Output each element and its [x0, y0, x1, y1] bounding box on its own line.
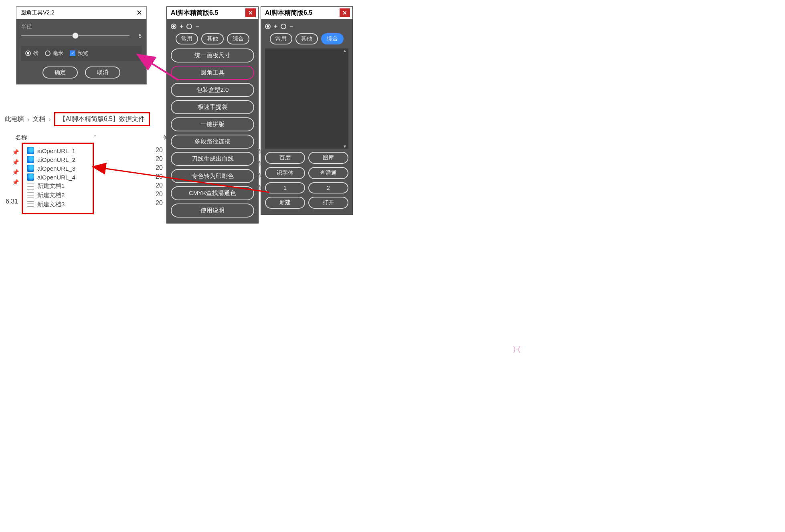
grid-button[interactable]: 图库	[308, 152, 348, 164]
grid-button[interactable]: 新建	[265, 197, 305, 209]
grid-button[interactable]: 百度	[265, 152, 305, 164]
file-row[interactable]: aiOpenURL_3	[27, 164, 89, 173]
grid-button[interactable]: 2	[308, 182, 348, 193]
grid-button[interactable]: 识字体	[265, 167, 305, 179]
col-name[interactable]: 名称	[15, 134, 27, 141]
partial-date: 20	[156, 191, 163, 198]
sort-indicator-icon: ⌃	[93, 134, 98, 141]
radius-slider[interactable]	[21, 35, 129, 36]
grid-button[interactable]: 查潘通	[308, 167, 348, 179]
mode-plus-radio[interactable]	[171, 24, 176, 29]
close-icon[interactable]: ✕	[245, 8, 256, 17]
chevron-right-icon: ›	[49, 116, 51, 123]
empty-list-area	[265, 48, 348, 149]
file-row[interactable]: aiOpenURL_4	[27, 173, 89, 181]
file-row[interactable]: aiOpenURL_1	[27, 146, 89, 155]
close-icon[interactable]: ✕	[340, 8, 350, 17]
chevron-right-icon: ›	[27, 116, 29, 123]
mode-minus-radio[interactable]	[186, 24, 192, 29]
file-name: aiOpenURL_1	[37, 147, 75, 154]
checkbox-on-icon	[70, 50, 75, 56]
file-name: 新建文档1	[37, 182, 65, 190]
category-tab[interactable]: 综合	[321, 33, 344, 44]
pin-icon: 📌	[12, 179, 19, 185]
pin-column: 📌 📌 📌 📌	[12, 149, 19, 185]
pin-icon: 📌	[12, 159, 19, 165]
script-button[interactable]: 刀线生成出血线	[171, 152, 254, 166]
file-name: aiOpenURL_4	[37, 174, 75, 181]
file-row[interactable]: 新建文档2	[27, 191, 89, 200]
slider-thumb-icon[interactable]	[72, 32, 79, 39]
script-button[interactable]: 多段路径连接	[171, 135, 254, 149]
file-name: 新建文档2	[37, 191, 65, 199]
pin-icon: 📌	[12, 169, 19, 175]
pin-icon: 📌	[12, 149, 19, 155]
script-button[interactable]: 极速手提袋	[171, 100, 254, 114]
script-button[interactable]: 圆角工具	[171, 66, 254, 80]
unit-pt-radio[interactable]: 磅	[25, 50, 38, 57]
panel-title: AI脚本精简版6.5	[171, 9, 218, 17]
script-button[interactable]: 专色转为印刷色	[171, 169, 254, 183]
script-button[interactable]: 使用说明	[171, 204, 254, 218]
partial-date-column: 20202020202020	[156, 147, 163, 207]
script-button[interactable]: CMYK查找潘通色	[171, 186, 254, 200]
unit-mm-radio[interactable]: 毫米	[45, 50, 63, 57]
text-file-icon	[27, 201, 34, 208]
partial-date: 20	[156, 173, 163, 180]
file-list-highlight: aiOpenURL_1aiOpenURL_2aiOpenURL_3aiOpenU…	[22, 143, 94, 214]
crumb-docs[interactable]: 文档	[32, 115, 45, 123]
text-file-icon	[27, 192, 34, 199]
script-button[interactable]: 一键拼版	[171, 117, 254, 131]
file-name: aiOpenURL_3	[37, 165, 75, 172]
partial-date: 20	[156, 200, 163, 207]
cancel-button[interactable]: 取消	[85, 66, 120, 79]
scrollbar[interactable]	[342, 48, 348, 149]
edge-file-icon	[27, 156, 34, 163]
partial-date: 20	[156, 182, 163, 189]
partial-date: 20	[156, 164, 163, 171]
crumb-root[interactable]: 此电脑	[5, 115, 24, 123]
edge-file-icon	[27, 173, 34, 181]
dialog-title: 圆角工具V2.2	[20, 9, 55, 16]
category-tab[interactable]: 常用	[270, 33, 292, 44]
file-name: 新建文档3	[37, 201, 65, 208]
script-button[interactable]: 包装盒型2.0	[171, 83, 254, 97]
script-panel-buttons: AI脚本精简版6.5 ✕ + − 常用其他综合 统一画板尺寸圆角工具包装盒型2.…	[166, 6, 259, 224]
preview-checkbox[interactable]: 预览	[70, 50, 88, 57]
watermark: )-(	[513, 345, 520, 353]
category-tab[interactable]: 常用	[176, 33, 198, 44]
file-row[interactable]: 新建文档1	[27, 181, 89, 191]
panel-title: AI脚本精简版6.5	[265, 9, 312, 17]
file-row[interactable]: 新建文档3	[27, 200, 89, 209]
grid-button[interactable]: 打开	[308, 197, 348, 209]
text-file-icon	[27, 183, 34, 190]
category-tab[interactable]: 综合	[227, 33, 249, 44]
crumb-folder-highlight: 【AI脚本精简版6.5】数据文件	[54, 112, 150, 126]
category-tab[interactable]: 其他	[201, 33, 224, 44]
mode-plus-radio[interactable]	[265, 24, 271, 29]
partial-date: 20	[156, 147, 163, 154]
radio-off-icon	[45, 50, 51, 56]
file-name: aiOpenURL_2	[37, 156, 75, 163]
mode-minus-radio[interactable]	[281, 24, 286, 29]
version-row-label: 6.31	[6, 198, 18, 205]
ok-button[interactable]: 确定	[42, 66, 78, 79]
close-icon[interactable]: ✕	[136, 9, 142, 16]
partial-date: 20	[156, 155, 163, 163]
script-panel-composite: AI脚本精简版6.5 ✕ + − 常用其他综合 百度图库识字体查潘通12新建打开	[261, 6, 353, 215]
radius-label: 半径	[21, 23, 142, 30]
file-row[interactable]: aiOpenURL_2	[27, 155, 89, 164]
script-button[interactable]: 统一画板尺寸	[171, 48, 254, 62]
category-tab[interactable]: 其他	[295, 33, 318, 44]
grid-button[interactable]: 1	[265, 182, 305, 193]
breadcrumb: 此电脑 › 文档 › 【AI脚本精简版6.5】数据文件	[5, 112, 150, 126]
edge-file-icon	[27, 147, 34, 154]
radio-on-icon	[25, 50, 31, 56]
crumb-folder[interactable]: 【AI脚本精简版6.5】数据文件	[59, 115, 145, 123]
edge-file-icon	[27, 165, 34, 172]
radius-value: 5	[134, 33, 142, 39]
round-corner-dialog: 圆角工具V2.2 ✕ 半径 5 磅 毫米 预览 确定	[16, 6, 147, 85]
